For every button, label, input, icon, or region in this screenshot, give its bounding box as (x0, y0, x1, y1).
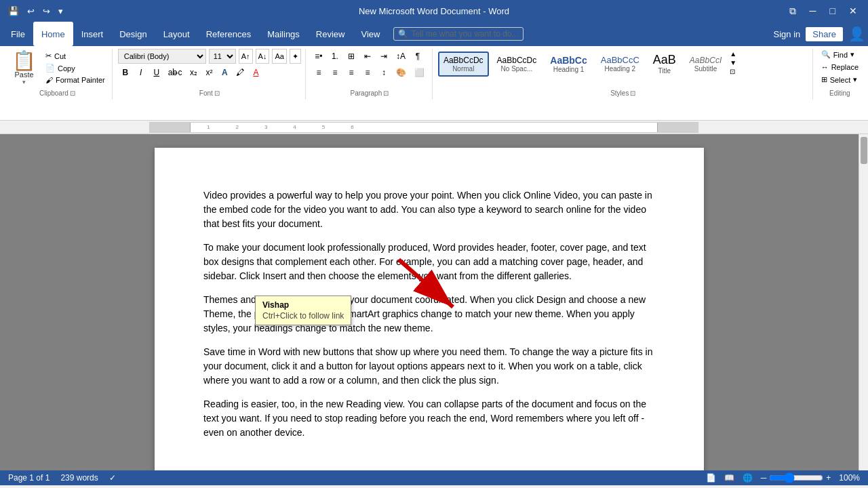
menu-view[interactable]: View (353, 22, 388, 46)
style-title-preview: AaB (653, 53, 676, 67)
menu-review[interactable]: Review (308, 22, 353, 46)
clipboard-expand-icon[interactable]: ⊡ (70, 89, 75, 97)
tell-me-label: Tell me what you want to do... (411, 29, 518, 39)
save-button[interactable]: 💾 (5, 5, 22, 18)
subscript-button[interactable]: x₂ (186, 65, 201, 80)
signin-button[interactable]: Sign in (774, 29, 801, 39)
quick-access-toolbar: 💾 ↩ ↪ ▾ (5, 5, 66, 18)
font-group: Calibri (Body) 11 A↑ A↓ Aa ✦ B I U (114, 49, 306, 100)
replace-button[interactable]: ↔ Replace (818, 62, 861, 73)
font-size-select[interactable]: 11 (209, 49, 236, 64)
view-read-button[interactable]: 📖 (724, 473, 734, 483)
maximize-button[interactable]: □ (825, 3, 841, 20)
style-h2-preview: AaBbCcC (601, 55, 639, 65)
select-icon: ⊞ (821, 75, 827, 84)
bold-button[interactable]: B (118, 65, 133, 80)
sort-button[interactable]: ↕A (393, 49, 409, 64)
increase-indent-button[interactable]: ⇥ (376, 49, 391, 64)
link-tooltip: Vishap Ctrl+Click to follow link (255, 296, 351, 325)
style-subtitle-preview: AaBbCcI (690, 56, 722, 65)
document-check-icon[interactable]: ✓ (109, 473, 116, 483)
align-right-button[interactable]: ≡ (344, 65, 359, 80)
style-heading1[interactable]: AaBbCc Heading 1 (545, 51, 592, 77)
borders-button[interactable]: ⬜ (411, 65, 428, 80)
numbering-button[interactable]: 1. (328, 49, 342, 64)
zoom-slider[interactable]: ─ + (761, 472, 831, 483)
scroll-thumb[interactable] (861, 137, 867, 164)
shading-button[interactable]: 🎨 (393, 65, 410, 80)
multilevel-button[interactable]: ⊞ (344, 49, 359, 64)
justify-button[interactable]: ≡ (360, 65, 375, 80)
close-button[interactable]: ✕ (844, 3, 863, 20)
user-avatar: 👤 (848, 26, 865, 42)
menu-mailings[interactable]: Mailings (259, 22, 308, 46)
search-icon: 🔍 (398, 29, 408, 39)
font-shrink-button[interactable]: A↓ (256, 49, 270, 64)
text-highlight-button[interactable]: 🖍 (233, 65, 248, 80)
align-center-button[interactable]: ≡ (328, 65, 342, 80)
decrease-indent-button[interactable]: ⇤ (360, 49, 375, 64)
font-grow-button[interactable]: A↑ (239, 49, 253, 64)
clear-formatting-button[interactable]: ✦ (290, 49, 301, 64)
text-effects-button[interactable]: A (217, 65, 232, 80)
font-color-button[interactable]: A (248, 65, 263, 80)
menu-layout[interactable]: Layout (155, 22, 198, 46)
line-spacing-button[interactable]: ↕ (376, 65, 391, 80)
paragraph-expand-icon[interactable]: ⊡ (383, 89, 389, 97)
font-family-select[interactable]: Calibri (Body) (118, 49, 206, 64)
select-button[interactable]: ⊞ Select ▾ (818, 74, 861, 85)
italic-button[interactable]: I (134, 65, 149, 80)
font-label: Font (199, 89, 213, 97)
copy-button[interactable]: 📄 Copy (43, 62, 108, 74)
select-label: Select (830, 76, 851, 84)
cut-button[interactable]: ✂ Cut (43, 50, 108, 62)
more-button[interactable]: ▾ (56, 5, 66, 18)
menu-right: Sign in Share 👤 (774, 26, 865, 42)
editing-label: Editing (829, 89, 850, 97)
undo-button[interactable]: ↩ (24, 5, 37, 18)
redo-button[interactable]: ↪ (40, 5, 53, 18)
clipboard-label: Clipboard (39, 89, 68, 97)
style-nospace-preview: AaBbCcDc (497, 56, 537, 65)
view-print-button[interactable]: 📄 (706, 473, 716, 483)
find-button[interactable]: 🔍 Find ▾ (818, 49, 861, 60)
restore-button[interactable]: ⧉ (784, 3, 802, 20)
style-subtitle[interactable]: AaBbCcI Subtitle (684, 52, 727, 77)
style-normal[interactable]: AaBbCcDc Normal (438, 52, 489, 77)
tell-me-input[interactable]: 🔍 Tell me what you want to do... (393, 27, 523, 41)
editing-group: 🔍 Find ▾ ↔ Replace ⊞ Select ▾ (814, 49, 865, 100)
format-painter-button[interactable]: 🖌 Format Painter (43, 75, 108, 85)
vertical-scrollbar[interactable] (859, 134, 868, 470)
paste-button[interactable]: 📋 Paste ▾ (7, 49, 41, 88)
format-painter-label: Format Painter (56, 76, 105, 84)
paragraph-1: Video provides a powerful way to help yo… (203, 188, 655, 231)
underline-button[interactable]: U (149, 65, 164, 80)
superscript-button[interactable]: x² (201, 65, 216, 80)
menu-design[interactable]: Design (111, 22, 155, 46)
strikethrough-button[interactable]: ab̶c (165, 65, 186, 80)
change-case-button[interactable]: Aa (272, 49, 286, 64)
paragraph-label: Paragraph (351, 89, 382, 97)
style-heading2[interactable]: AaBbCcC Heading 2 (595, 51, 645, 77)
replace-icon: ↔ (821, 63, 829, 71)
share-button[interactable]: Share (806, 27, 843, 41)
zoom-range[interactable] (769, 472, 823, 483)
style-h1-preview: AaBbCc (550, 55, 587, 66)
style-title[interactable]: AaB Title (648, 49, 682, 79)
cut-icon: ✂ (45, 52, 52, 60)
style-no-spacing[interactable]: AaBbCcDc No Spac... (492, 52, 542, 77)
menu-home[interactable]: Home (33, 22, 73, 46)
view-web-button[interactable]: 🌐 (743, 473, 753, 483)
bullets-button[interactable]: ≡• (311, 49, 326, 64)
document-area: Vishap Ctrl+Click to follow link Vid (0, 134, 859, 470)
styles-scroll-buttons[interactable]: ▲ ▼ ⊡ (728, 49, 738, 77)
align-left-button[interactable]: ≡ (311, 65, 326, 80)
styles-container: AaBbCcDc Normal AaBbCcDc No Spac... AaBb… (438, 49, 727, 79)
styles-expand-icon[interactable]: ⊡ (630, 89, 635, 97)
menu-references[interactable]: References (198, 22, 259, 46)
menu-insert[interactable]: Insert (73, 22, 112, 46)
minimize-button[interactable]: ─ (804, 3, 822, 20)
show-hide-button[interactable]: ¶ (410, 49, 425, 64)
menu-file[interactable]: File (3, 22, 33, 46)
font-expand-icon[interactable]: ⊡ (214, 89, 220, 97)
